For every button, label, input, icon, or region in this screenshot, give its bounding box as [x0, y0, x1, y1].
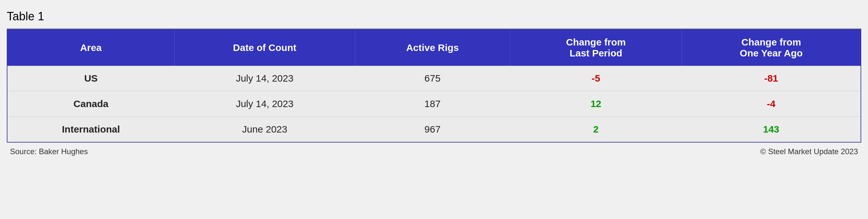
cell-area: Canada: [7, 91, 175, 117]
data-table: Area Date of Count Active Rigs Change fr…: [7, 30, 861, 142]
copyright-text: © Steel Market Update 2023: [760, 147, 858, 156]
source-text: Source: Baker Hughes: [10, 147, 88, 156]
cell-change-last-period: 12: [510, 91, 682, 117]
header-change-one-year: Change fromOne Year Ago: [682, 30, 861, 66]
cell-area: International: [7, 117, 175, 142]
cell-change-one-year: -4: [682, 91, 861, 117]
header-date: Date of Count: [175, 30, 355, 66]
footer-row: Source: Baker Hughes © Steel Market Upda…: [7, 143, 861, 158]
cell-date: July 14, 2023: [175, 66, 355, 91]
cell-change-last-period: 2: [510, 117, 682, 142]
cell-active-rigs: 967: [355, 117, 510, 142]
table-row: InternationalJune 20239672143: [7, 117, 861, 142]
header-area: Area: [7, 30, 175, 66]
cell-change-last-period: -5: [510, 66, 682, 91]
table-title: Table 1: [7, 6, 861, 29]
table-wrapper: STEEL MARKET UPDATE part of the CRU Grou…: [7, 29, 861, 143]
page-container: Table 1 STEEL MARKET UPDATE part of the …: [7, 6, 861, 158]
table-header-row: Area Date of Count Active Rigs Change fr…: [7, 30, 861, 66]
cell-change-one-year: 143: [682, 117, 861, 142]
header-active-rigs: Active Rigs: [355, 30, 510, 66]
cell-date: June 2023: [175, 117, 355, 142]
header-change-last-period: Change fromLast Period: [510, 30, 682, 66]
table-row: USJuly 14, 2023675-5-81: [7, 66, 861, 91]
cell-area: US: [7, 66, 175, 91]
cell-change-one-year: -81: [682, 66, 861, 91]
cell-active-rigs: 187: [355, 91, 510, 117]
cell-active-rigs: 675: [355, 66, 510, 91]
cell-date: July 14, 2023: [175, 91, 355, 117]
table-row: CanadaJuly 14, 202318712-4: [7, 91, 861, 117]
